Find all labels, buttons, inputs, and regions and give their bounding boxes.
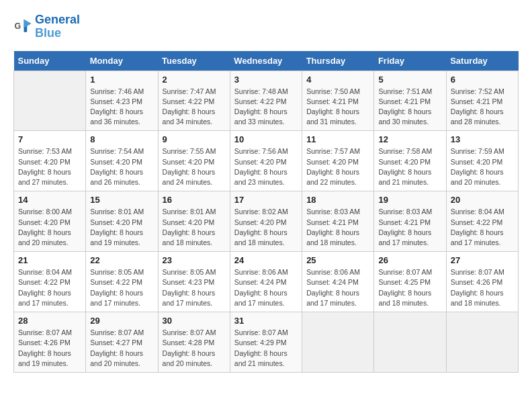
day-info: Sunrise: 8:07 AM Sunset: 4:26 PM Dayligh… [451, 267, 514, 308]
logo-line2: Blue [35, 27, 80, 40]
day-cell: 3Sunrise: 7:48 AM Sunset: 4:22 PM Daylig… [230, 71, 302, 131]
page-header: G General Blue [13, 13, 519, 40]
day-info: Sunrise: 7:52 AM Sunset: 4:21 PM Dayligh… [451, 87, 514, 128]
day-number: 20 [451, 195, 514, 205]
day-cell: 23Sunrise: 8:05 AM Sunset: 4:23 PM Dayli… [158, 252, 230, 312]
day-cell: 20Sunrise: 8:04 AM Sunset: 4:22 PM Dayli… [446, 191, 518, 252]
day-cell: 6Sunrise: 7:52 AM Sunset: 4:21 PM Daylig… [446, 71, 518, 131]
day-number: 7 [18, 134, 81, 144]
week-row-4: 21Sunrise: 8:04 AM Sunset: 4:22 PM Dayli… [14, 252, 519, 312]
logo: G General Blue [13, 13, 80, 40]
header-tuesday: Tuesday [158, 51, 230, 71]
day-cell: 15Sunrise: 8:01 AM Sunset: 4:20 PM Dayli… [86, 191, 158, 252]
day-number: 11 [306, 134, 369, 144]
day-info: Sunrise: 7:47 AM Sunset: 4:22 PM Dayligh… [163, 87, 226, 128]
day-info: Sunrise: 7:57 AM Sunset: 4:20 PM Dayligh… [306, 146, 369, 187]
week-row-2: 7Sunrise: 7:53 AM Sunset: 4:20 PM Daylig… [14, 131, 519, 191]
day-info: Sunrise: 8:02 AM Sunset: 4:20 PM Dayligh… [234, 207, 298, 248]
week-row-3: 14Sunrise: 8:00 AM Sunset: 4:20 PM Dayli… [14, 191, 519, 252]
day-number: 25 [306, 255, 369, 265]
day-info: Sunrise: 7:56 AM Sunset: 4:20 PM Dayligh… [234, 146, 298, 187]
day-cell: 13Sunrise: 7:59 AM Sunset: 4:20 PM Dayli… [446, 131, 518, 191]
day-number: 9 [163, 134, 226, 144]
day-info: Sunrise: 8:04 AM Sunset: 4:22 PM Dayligh… [451, 207, 514, 248]
day-info: Sunrise: 7:51 AM Sunset: 4:21 PM Dayligh… [378, 87, 441, 128]
day-cell: 1Sunrise: 7:46 AM Sunset: 4:23 PM Daylig… [86, 71, 158, 131]
day-info: Sunrise: 8:06 AM Sunset: 4:24 PM Dayligh… [234, 267, 298, 308]
logo-icon: G [13, 17, 32, 36]
day-cell: 30Sunrise: 8:07 AM Sunset: 4:28 PM Dayli… [158, 312, 230, 373]
day-cell [446, 312, 518, 373]
day-info: Sunrise: 7:50 AM Sunset: 4:21 PM Dayligh… [306, 87, 369, 128]
day-cell: 28Sunrise: 8:07 AM Sunset: 4:26 PM Dayli… [14, 312, 86, 373]
day-number: 4 [306, 75, 369, 85]
day-cell: 4Sunrise: 7:50 AM Sunset: 4:21 PM Daylig… [302, 71, 374, 131]
day-info: Sunrise: 8:07 AM Sunset: 4:28 PM Dayligh… [163, 328, 226, 369]
day-number: 6 [451, 75, 514, 85]
day-number: 2 [163, 75, 226, 85]
day-number: 18 [306, 195, 369, 205]
day-info: Sunrise: 8:05 AM Sunset: 4:22 PM Dayligh… [90, 267, 153, 308]
day-info: Sunrise: 7:46 AM Sunset: 4:23 PM Dayligh… [90, 87, 153, 128]
week-row-1: 1Sunrise: 7:46 AM Sunset: 4:23 PM Daylig… [14, 71, 519, 131]
day-number: 30 [163, 316, 226, 326]
day-info: Sunrise: 8:07 AM Sunset: 4:29 PM Dayligh… [234, 328, 298, 369]
day-info: Sunrise: 8:00 AM Sunset: 4:20 PM Dayligh… [18, 207, 81, 248]
day-info: Sunrise: 8:03 AM Sunset: 4:21 PM Dayligh… [378, 207, 441, 248]
day-number: 3 [234, 75, 298, 85]
day-number: 1 [90, 75, 153, 85]
header-thursday: Thursday [302, 51, 374, 71]
day-cell: 29Sunrise: 8:07 AM Sunset: 4:27 PM Dayli… [86, 312, 158, 373]
day-info: Sunrise: 7:54 AM Sunset: 4:20 PM Dayligh… [90, 146, 153, 187]
day-number: 21 [18, 255, 81, 265]
day-cell: 19Sunrise: 8:03 AM Sunset: 4:21 PM Dayli… [374, 191, 446, 252]
header-sunday: Sunday [14, 51, 86, 71]
day-cell [14, 71, 86, 131]
day-info: Sunrise: 7:53 AM Sunset: 4:20 PM Dayligh… [18, 146, 81, 187]
day-info: Sunrise: 8:03 AM Sunset: 4:21 PM Dayligh… [306, 207, 369, 248]
day-number: 22 [90, 255, 153, 265]
day-info: Sunrise: 7:55 AM Sunset: 4:20 PM Dayligh… [163, 146, 226, 187]
day-number: 10 [234, 134, 298, 144]
day-cell: 18Sunrise: 8:03 AM Sunset: 4:21 PM Dayli… [302, 191, 374, 252]
day-number: 14 [18, 195, 81, 205]
day-cell: 7Sunrise: 7:53 AM Sunset: 4:20 PM Daylig… [14, 131, 86, 191]
day-cell [374, 312, 446, 373]
day-cell: 24Sunrise: 8:06 AM Sunset: 4:24 PM Dayli… [230, 252, 302, 312]
day-cell: 9Sunrise: 7:55 AM Sunset: 4:20 PM Daylig… [158, 131, 230, 191]
logo-line1: General [35, 13, 80, 27]
day-number: 13 [451, 134, 514, 144]
day-number: 27 [451, 255, 514, 265]
day-cell: 17Sunrise: 8:02 AM Sunset: 4:20 PM Dayli… [230, 191, 302, 252]
day-number: 23 [163, 255, 226, 265]
day-cell: 26Sunrise: 8:07 AM Sunset: 4:25 PM Dayli… [374, 252, 446, 312]
day-info: Sunrise: 7:59 AM Sunset: 4:20 PM Dayligh… [451, 146, 514, 187]
header-friday: Friday [374, 51, 446, 71]
day-number: 8 [90, 134, 153, 144]
day-number: 29 [90, 316, 153, 326]
day-info: Sunrise: 8:01 AM Sunset: 4:20 PM Dayligh… [90, 207, 153, 248]
calendar-header-row: SundayMondayTuesdayWednesdayThursdayFrid… [14, 51, 519, 71]
day-cell: 8Sunrise: 7:54 AM Sunset: 4:20 PM Daylig… [86, 131, 158, 191]
day-cell: 16Sunrise: 8:01 AM Sunset: 4:20 PM Dayli… [158, 191, 230, 252]
header-saturday: Saturday [446, 51, 518, 71]
day-info: Sunrise: 8:06 AM Sunset: 4:24 PM Dayligh… [306, 267, 369, 308]
svg-text:G: G [15, 21, 21, 31]
day-info: Sunrise: 8:07 AM Sunset: 4:26 PM Dayligh… [18, 328, 81, 369]
header-monday: Monday [86, 51, 158, 71]
day-number: 12 [378, 134, 441, 144]
day-cell: 25Sunrise: 8:06 AM Sunset: 4:24 PM Dayli… [302, 252, 374, 312]
day-info: Sunrise: 7:58 AM Sunset: 4:20 PM Dayligh… [378, 146, 441, 187]
day-info: Sunrise: 8:07 AM Sunset: 4:25 PM Dayligh… [378, 267, 441, 308]
day-cell: 22Sunrise: 8:05 AM Sunset: 4:22 PM Dayli… [86, 252, 158, 312]
day-cell: 31Sunrise: 8:07 AM Sunset: 4:29 PM Dayli… [230, 312, 302, 373]
calendar-table: SundayMondayTuesdayWednesdayThursdayFrid… [13, 51, 519, 373]
day-cell: 12Sunrise: 7:58 AM Sunset: 4:20 PM Dayli… [374, 131, 446, 191]
day-cell: 27Sunrise: 8:07 AM Sunset: 4:26 PM Dayli… [446, 252, 518, 312]
day-info: Sunrise: 8:04 AM Sunset: 4:22 PM Dayligh… [18, 267, 81, 308]
day-cell: 10Sunrise: 7:56 AM Sunset: 4:20 PM Dayli… [230, 131, 302, 191]
day-cell: 14Sunrise: 8:00 AM Sunset: 4:20 PM Dayli… [14, 191, 86, 252]
day-number: 26 [378, 255, 441, 265]
day-number: 17 [234, 195, 298, 205]
day-info: Sunrise: 8:05 AM Sunset: 4:23 PM Dayligh… [163, 267, 226, 308]
